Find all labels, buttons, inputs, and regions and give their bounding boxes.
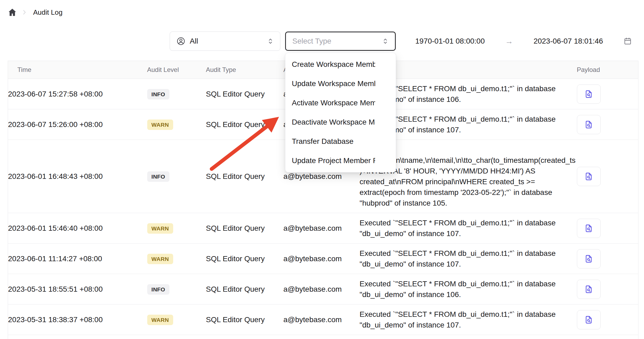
file-search-icon — [584, 172, 593, 181]
audit-level-cell: WARN — [147, 109, 206, 140]
date-range-end: 2023-06-07 18:01:46 — [534, 37, 603, 45]
chevron-right-icon — [21, 9, 28, 16]
audit-level-badge: WARN — [147, 120, 173, 130]
table-row: 2023-05-31 18:38:37 +08:00 WARN SQL Edit… — [8, 305, 638, 335]
payload-cell — [577, 244, 638, 274]
time-cell: 2023-05-31 18:38:37 +08:00 — [8, 305, 147, 335]
payload-view-button[interactable] — [577, 280, 601, 299]
comment-cell: Executed `"SELECT * FROM db_ui_demo.t1;"… — [360, 244, 577, 274]
audit-type-cell: SQL Editor Query — [206, 274, 284, 305]
page-title: Audit Log — [33, 8, 63, 17]
time-cell: 2023-06-07 15:26:00 +08:00 — [8, 109, 147, 140]
user-filter-value: All — [190, 37, 198, 45]
actor-cell: a@bytebase.com — [284, 274, 360, 305]
audit-level-cell: WARN — [147, 244, 206, 274]
filter-bar: All Select Type 1970-01-01 08:00:00 → 20… — [0, 32, 644, 51]
file-search-icon — [584, 315, 593, 324]
audit-type-cell: SQL Editor Query — [206, 213, 284, 244]
file-search-icon — [584, 120, 593, 129]
type-filter-placeholder: Select Type — [292, 37, 331, 45]
time-cell: 2023-05-31 18:55:51 +08:00 — [8, 274, 147, 305]
audit-level-cell: WARN — [147, 305, 206, 335]
chevrons-updown-icon — [382, 37, 389, 45]
column-header-payload: Payload — [577, 61, 638, 79]
audit-level-badge: WARN — [147, 254, 173, 264]
comment-cell: Executed `"SELECT * FROM db_ui_demo.t1;"… — [360, 305, 577, 335]
breadcrumb: Audit Log — [7, 6, 63, 19]
actor-cell: a@bytebase.com — [284, 244, 360, 274]
payload-view-button[interactable] — [577, 249, 601, 268]
type-option[interactable]: Update Workspace Member — [285, 74, 396, 93]
date-range-picker[interactable]: 1970-01-01 08:00:00 → 2023-06-07 18:01:4… — [405, 32, 638, 51]
audit-level-badge: WARN — [147, 315, 173, 325]
payload-cell — [577, 79, 638, 109]
payload-cell — [577, 109, 638, 140]
person-circle-icon — [176, 37, 185, 46]
audit-level-cell: INFO — [147, 140, 206, 213]
arrow-right-icon: → — [505, 37, 513, 46]
date-range-start: 1970-01-01 08:00:00 — [415, 37, 485, 45]
column-header-audit-type: Audit Type — [206, 61, 284, 79]
audit-type-cell: SQL Editor Query — [206, 305, 284, 335]
audit-type-cell: SQL Editor Query — [206, 140, 284, 213]
audit-level-cell: WARN — [147, 213, 206, 244]
payload-view-button[interactable] — [577, 167, 601, 186]
table-row: 2023-06-01 15:46:40 +08:00 WARN SQL Edit… — [8, 213, 638, 244]
audit-level-cell: INFO — [147, 274, 206, 305]
comment-cell: Executed `"SELECT * FROM db_ui_demo.t1;"… — [360, 274, 577, 305]
payload-cell — [577, 305, 638, 335]
payload-view-button[interactable] — [577, 310, 601, 329]
time-cell: 2023-06-01 11:14:27 +08:00 — [8, 244, 147, 274]
time-cell: 2023-06-01 15:46:40 +08:00 — [8, 213, 147, 244]
column-header-time: Time — [8, 61, 147, 79]
comment-cell: Executed `"SELECT * FROM db_ui_demo.t1;"… — [360, 213, 577, 244]
calendar-icon[interactable] — [623, 37, 632, 45]
type-option[interactable]: Update Project Member Role — [285, 151, 396, 170]
payload-view-button[interactable] — [577, 115, 601, 134]
type-option[interactable]: Activate Workspace Member — [285, 93, 396, 113]
chevrons-updown-icon — [267, 37, 274, 45]
actor-cell: a@bytebase.com — [284, 305, 360, 335]
file-search-icon — [584, 224, 593, 233]
audit-level-cell: INFO — [147, 79, 206, 109]
time-cell: 2023-06-01 16:48:43 +08:00 — [8, 140, 147, 213]
audit-level-badge: WARN — [147, 223, 173, 234]
table-row: 2023-06-01 11:14:27 +08:00 WARN SQL Edit… — [8, 244, 638, 274]
user-filter-select[interactable]: All — [170, 32, 280, 51]
audit-level-badge: INFO — [147, 89, 169, 99]
audit-level-badge: INFO — [147, 284, 169, 295]
payload-cell — [577, 140, 638, 213]
audit-type-cell: SQL Editor Query — [206, 244, 284, 274]
payload-view-button[interactable] — [577, 219, 601, 238]
audit-type-cell: SQL Editor Query — [206, 109, 284, 140]
audit-level-badge: INFO — [147, 171, 169, 182]
file-search-icon — [584, 90, 593, 99]
table-row: 2023-05-31 18:55:51 +08:00 INFO SQL Edit… — [8, 274, 638, 305]
time-cell: 2023-06-07 15:27:58 +08:00 — [8, 79, 147, 109]
payload-cell — [577, 274, 638, 305]
actor-cell: a@bytebase.com — [284, 213, 360, 244]
type-filter-dropdown: Create Workspace Member Update Workspace… — [285, 53, 396, 172]
payload-cell — [577, 213, 638, 244]
type-option[interactable]: Deactivate Workspace Member — [285, 113, 396, 132]
file-search-icon — [584, 285, 593, 294]
column-header-audit-level: Audit Level — [147, 61, 206, 79]
type-option[interactable]: Create Workspace Member — [285, 55, 396, 74]
audit-type-cell: SQL Editor Query — [206, 79, 284, 109]
type-option[interactable]: Transfer Database — [285, 132, 396, 151]
file-search-icon — [584, 254, 593, 263]
home-icon[interactable] — [7, 7, 17, 17]
table-row-partial — [8, 335, 638, 339]
type-filter-select[interactable]: Select Type — [285, 32, 396, 51]
payload-view-button[interactable] — [577, 84, 601, 104]
